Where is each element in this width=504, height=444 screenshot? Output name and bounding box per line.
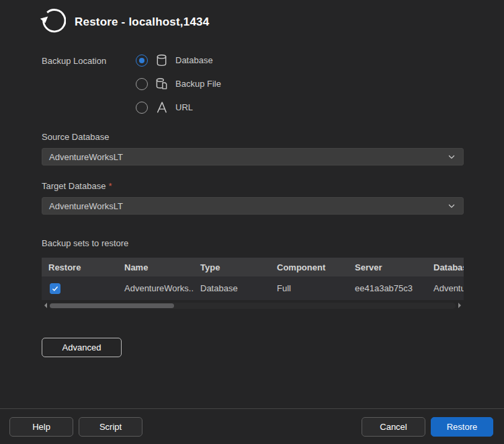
radio-option-url[interactable]: URL xyxy=(136,101,221,114)
cell-type: Database xyxy=(194,283,270,293)
radio-database[interactable] xyxy=(136,54,148,67)
radio-label-backup-file: Backup File xyxy=(175,79,221,89)
scroll-left-icon[interactable] xyxy=(42,303,47,308)
horizontal-scrollbar[interactable] xyxy=(42,301,464,309)
column-header-database: Database xyxy=(427,262,464,272)
table-row[interactable]: AdventureWorks... Database Full ee41a3ab… xyxy=(42,276,464,300)
source-database-select[interactable]: AdventureWorksLT xyxy=(42,148,464,165)
dialog-header: Restore - localhost,1434 xyxy=(0,0,504,36)
radio-label-url: URL xyxy=(175,102,193,112)
backup-location-label: Backup Location xyxy=(42,54,136,114)
database-icon xyxy=(155,54,168,67)
restore-dialog: Restore - localhost,1434 Backup Location… xyxy=(0,0,504,444)
backup-sets-label: Backup sets to restore xyxy=(42,238,464,248)
source-database-value: AdventureWorksLT xyxy=(49,152,123,162)
backup-file-icon xyxy=(155,77,168,90)
advanced-button[interactable]: Advanced xyxy=(42,338,122,357)
page-title: Restore - localhost,1434 xyxy=(75,15,209,29)
required-asterisk: * xyxy=(108,181,112,191)
chevron-down-icon xyxy=(447,152,456,161)
dialog-content: Backup Location Database xyxy=(0,54,504,357)
cancel-button[interactable]: Cancel xyxy=(362,417,425,437)
radio-option-backup-file[interactable]: Backup File xyxy=(136,77,221,90)
target-database-select[interactable]: AdventureWorksLT xyxy=(42,197,464,215)
column-header-name: Name xyxy=(118,262,194,272)
target-database-label: Target Database* xyxy=(42,181,464,191)
cell-component: Full xyxy=(270,283,348,293)
backup-location-section: Backup Location Database xyxy=(42,54,464,114)
column-header-type: Type xyxy=(194,262,270,272)
chevron-down-icon xyxy=(447,201,456,211)
cell-name: AdventureWorks... xyxy=(118,283,194,293)
footer-right-buttons: Cancel Restore xyxy=(362,417,493,437)
scrollbar-track[interactable] xyxy=(50,303,456,309)
column-header-restore: Restore xyxy=(42,262,118,272)
restore-button[interactable]: Restore xyxy=(431,417,493,437)
restore-checkbox[interactable] xyxy=(50,283,60,294)
column-header-server: Server xyxy=(348,262,427,272)
cell-database: AdventureWorksLT xyxy=(427,283,464,293)
table-header-row: Restore Name Type Component Server Datab… xyxy=(42,258,464,276)
backup-sets-table: Restore Name Type Component Server Datab… xyxy=(42,258,464,309)
dialog-footer: Help Script Cancel Restore xyxy=(0,408,504,444)
source-database-label: Source Database xyxy=(42,132,464,142)
radio-option-database[interactable]: Database xyxy=(136,54,221,67)
column-header-component: Component xyxy=(270,262,348,272)
scrollbar-thumb[interactable] xyxy=(50,303,174,308)
script-button[interactable]: Script xyxy=(79,417,142,437)
footer-left-buttons: Help Script xyxy=(9,417,142,437)
help-button[interactable]: Help xyxy=(9,417,73,437)
url-icon xyxy=(155,101,168,114)
cell-restore xyxy=(42,283,118,294)
radio-url[interactable] xyxy=(136,102,148,114)
radio-backup-file[interactable] xyxy=(136,78,148,90)
target-database-value: AdventureWorksLT xyxy=(49,201,123,211)
restore-icon xyxy=(39,9,66,36)
radio-label-database: Database xyxy=(175,55,213,65)
cell-server: ee41a3ab75c3 xyxy=(348,283,427,293)
scroll-right-icon[interactable] xyxy=(458,303,464,308)
backup-location-radio-group: Database Backup File xyxy=(136,54,221,114)
